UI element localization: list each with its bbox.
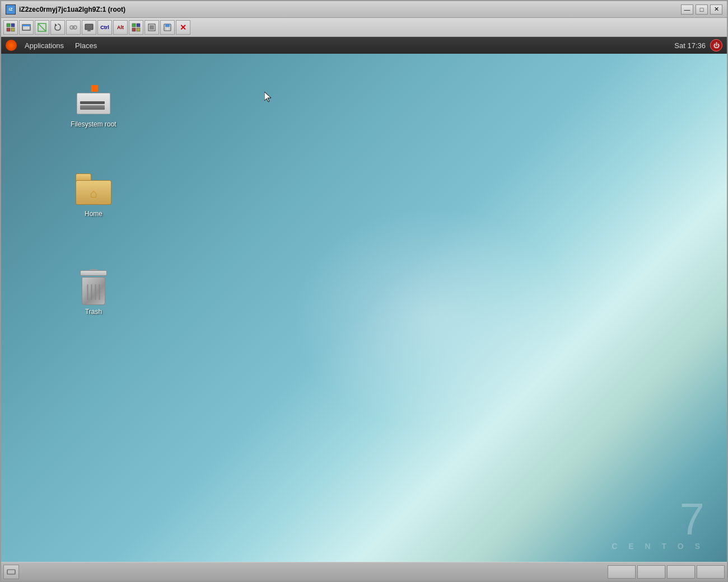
title-bar-left: iZ iZ2zec0rmyj7jc1ua2lgh9Z:1 (root): [6, 4, 125, 15]
home-label: Home: [82, 209, 105, 219]
svg-rect-5: [22, 25, 30, 26]
svg-rect-13: [85, 24, 93, 30]
svg-rect-24: [166, 27, 169, 30]
applications-menu[interactable]: Applications: [20, 40, 68, 51]
toolbar-save[interactable]: [160, 20, 175, 35]
toolbar-btn-3[interactable]: [35, 20, 49, 35]
taskbar-right-btn-3[interactable]: [667, 565, 695, 579]
gnome-panel: Applications Places Sat 17:36 ⏻: [1, 37, 727, 54]
maximize-button[interactable]: □: [696, 4, 708, 15]
trash-body: [82, 277, 105, 305]
home-icon[interactable]: ⌂ Home: [68, 171, 119, 219]
fs-indicator: [91, 85, 98, 92]
window-title: iZ2zec0rmyj7jc1ua2lgh9Z:1 (root): [19, 6, 125, 13]
svg-rect-26: [7, 570, 15, 574]
svg-rect-19: [137, 28, 140, 31]
svg-rect-17: [137, 24, 140, 27]
applications-icon: [6, 40, 17, 51]
taskbar-right-btn-4[interactable]: [697, 565, 725, 579]
trash-icon-graphic: [78, 269, 109, 305]
taskbar-left-button[interactable]: [3, 565, 19, 579]
toolbar-monitor[interactable]: [82, 20, 96, 35]
home-icon-graphic: ⌂: [76, 173, 111, 205]
taskbar-right-buttons: [608, 565, 725, 579]
toolbar-btn-5[interactable]: [144, 20, 159, 35]
fs-slot: [80, 101, 105, 104]
fs-tray: [80, 105, 105, 110]
trash-line-3: [95, 284, 96, 300]
taskbar-right-btn-1[interactable]: [608, 565, 636, 579]
panel-left: Applications Places: [6, 40, 101, 51]
toolbar: Ctrl Alt ✕: [1, 18, 727, 37]
svg-rect-16: [132, 24, 136, 27]
taskbar: [1, 562, 727, 581]
home-image: ⌂: [76, 171, 111, 207]
folder-house-icon: ⌂: [90, 186, 97, 201]
trash-icon[interactable]: Trash: [68, 269, 119, 317]
toolbar-ctrl-label[interactable]: Ctrl: [97, 20, 112, 35]
toolbar-close[interactable]: ✕: [176, 20, 190, 35]
toolbar-btn-2[interactable]: [19, 20, 34, 35]
svg-line-7: [38, 24, 46, 31]
folder-back: ⌂: [76, 180, 111, 205]
trash-lines: [87, 284, 100, 300]
panel-clock: Sat 17:36: [674, 41, 706, 50]
svg-rect-18: [132, 28, 136, 31]
svg-rect-23: [165, 24, 170, 27]
toolbar-btn-1[interactable]: [3, 20, 18, 35]
filesystem-icon-graphic: [76, 85, 111, 114]
svg-rect-1: [11, 24, 15, 27]
svg-rect-2: [7, 28, 10, 31]
title-bar-buttons: — □ ✕: [681, 4, 722, 15]
trash-image: [76, 269, 111, 305]
app-icon: iZ: [6, 4, 16, 15]
power-button[interactable]: ⏻: [710, 39, 722, 51]
toolbar-refresh[interactable]: [50, 20, 65, 35]
toolbar-link[interactable]: [66, 20, 81, 35]
trash-line-1: [87, 284, 88, 300]
svg-rect-0: [7, 24, 10, 27]
panel-right: Sat 17:36 ⏻: [674, 39, 722, 51]
minimize-button[interactable]: —: [681, 4, 693, 15]
svg-rect-21: [150, 25, 154, 30]
trash-line-2: [91, 284, 92, 300]
desktop[interactable]: Filesystem root ⌂ Home: [1, 54, 727, 562]
trash-label: Trash: [83, 307, 104, 317]
centos-brand-text: C E N T O S: [612, 542, 704, 551]
trash-lid: [80, 270, 107, 276]
svg-marker-8: [55, 24, 57, 27]
centos-watermark: 7 C E N T O S: [612, 497, 704, 551]
toolbar-btn-ctrl2[interactable]: [129, 20, 143, 35]
filesystem-root-icon[interactable]: Filesystem root: [68, 82, 119, 130]
window-chrome: iZ iZ2zec0rmyj7jc1ua2lgh9Z:1 (root) — □ …: [0, 0, 728, 582]
close-button[interactable]: ✕: [710, 4, 722, 15]
places-menu[interactable]: Places: [71, 40, 101, 51]
filesystem-root-image: [76, 82, 111, 118]
toolbar-alt-label[interactable]: Alt: [113, 20, 128, 35]
mouse-cursor: [264, 92, 271, 102]
svg-marker-25: [264, 92, 271, 102]
svg-rect-3: [11, 28, 15, 31]
app-icon-label: iZ: [8, 7, 12, 12]
centos-version-number: 7: [612, 497, 704, 542]
filesystem-root-label: Filesystem root: [68, 120, 118, 130]
title-bar: iZ iZ2zec0rmyj7jc1ua2lgh9Z:1 (root) — □ …: [1, 1, 727, 18]
trash-line-4: [99, 284, 100, 300]
taskbar-right-btn-2[interactable]: [637, 565, 665, 579]
